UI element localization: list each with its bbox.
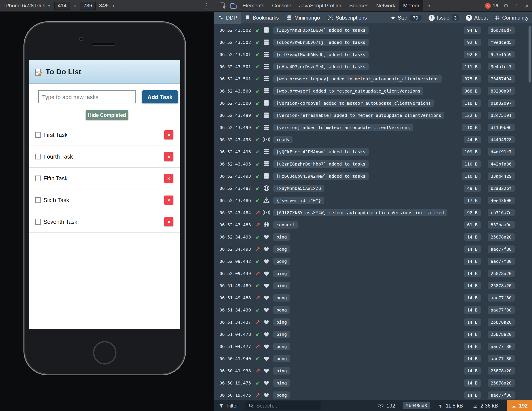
log-row[interactable]: 06:52:43.498↙ready44 Bd4494928 <box>214 133 532 146</box>
log-message[interactable]: ping <box>273 330 290 338</box>
log-row[interactable]: 06:51:34.439↙pong14 Baac77f80 <box>214 304 532 316</box>
delete-task-button[interactable]: × <box>164 174 173 183</box>
community-button[interactable]: Community <box>491 15 532 21</box>
log-message[interactable]: pong <box>273 257 290 265</box>
log-message[interactable]: pong <box>273 343 290 350</box>
log-message[interactable]: [version-refreshable] added to meteor_au… <box>273 112 444 119</box>
log-message[interactable]: [web.browser.legacy] added to meteor_aut… <box>273 75 442 82</box>
log-row[interactable]: 06:52:34.493↗pong14 Baac77f80 <box>214 243 532 255</box>
log-message[interactable]: [qHha4D7jqcDszoMe4] added to tasks <box>273 63 368 70</box>
log-message[interactable]: pong <box>273 294 290 301</box>
search-box[interactable] <box>245 401 321 410</box>
tab-console[interactable]: Console <box>268 0 295 11</box>
log-message[interactable]: [web.browser] added to meteor_autoupdate… <box>273 87 423 94</box>
device-height-input[interactable] <box>80 2 96 9</box>
log-row[interactable]: 06:52:43.501↙[qmD7vaqTMxs6ANsdb] added t… <box>214 48 532 60</box>
log-message[interactable]: [JB5yYnn2HD5XiB634] added to tasks <box>273 26 368 34</box>
log-message[interactable]: connect <box>273 221 298 228</box>
search-input[interactable] <box>256 402 317 409</box>
device-toggle-icon[interactable] <box>228 0 239 11</box>
tab-network[interactable]: Network <box>372 0 399 11</box>
log-row[interactable]: 06:52:43.501↙[qHha4D7jqcDszoMe4] added t… <box>214 60 532 73</box>
log-row[interactable]: 06:51:04.478↙ping14 B25878a20 <box>214 328 532 340</box>
error-badge[interactable]: × 15 <box>483 3 501 9</box>
log-row[interactable]: 06:51:34.437↗ping14 B25878a20 <box>214 316 532 328</box>
hide-completed-button[interactable]: Hide Completed <box>86 110 128 120</box>
about-button[interactable]: ? About <box>463 15 491 21</box>
log-message[interactable]: TxByMhhQa5CAWLxZu <box>273 184 324 192</box>
log-row[interactable]: 06:52:43.493↙[Fz6CQe6pv4JWW2KMw] added t… <box>214 170 532 182</box>
log-message[interactable]: [dLooP2KwDruQvQ7ij] added to tasks <box>273 38 368 46</box>
tab-meteor[interactable]: Meteor <box>399 0 423 11</box>
tab-bookmarks[interactable]: Bookmarks <box>241 11 283 24</box>
log-row[interactable]: 06:52:43.502↙[JB5yYnn2HD5XiB634] added t… <box>214 24 532 36</box>
log-message[interactable]: [Fz6CQe6pv4JWW2KMw] added to tasks <box>273 172 368 180</box>
delete-task-button[interactable]: × <box>164 196 173 205</box>
tab-minimongo[interactable]: Minimongo <box>283 11 324 24</box>
log-row[interactable]: 06:52:43.484↗[6Jf8CXk8YmnssXY4W] meteor_… <box>214 206 532 219</box>
log-message[interactable]: ready <box>273 136 293 143</box>
log-row[interactable]: 06:52:43.499↙[version-refreshable] added… <box>214 109 532 121</box>
task-checkbox[interactable] <box>35 197 41 203</box>
queued-count-badge[interactable]: 192 <box>507 400 532 411</box>
delete-task-button[interactable]: × <box>164 130 173 140</box>
device-toolbar-more-icon[interactable]: ⋮ <box>203 2 209 9</box>
log-row[interactable]: 06:52:43.500↙[web.browser] added to mete… <box>214 85 532 97</box>
log-row[interactable]: 06:50:19.475↗pong14 Baac77f80 <box>214 389 532 400</box>
log-message[interactable]: ping <box>273 318 290 326</box>
inspect-icon[interactable] <box>218 0 228 11</box>
tab-subscriptions[interactable]: Subscriptions <box>324 11 371 24</box>
task-checkbox[interactable] <box>35 132 41 138</box>
delete-task-button[interactable]: × <box>164 217 173 226</box>
log-row[interactable]: 06:51:04.477↗pong14 Baac77f80 <box>214 340 532 352</box>
log-row[interactable]: 06:50:19.475↙ping14 B25878a20 <box>214 377 532 389</box>
log-message[interactable]: pong <box>273 245 290 253</box>
device-width-input[interactable] <box>54 2 70 9</box>
log-row[interactable]: 06:52:43.487↙TxByMhhQa5CAWLxZu49 Bb2a822… <box>214 182 532 194</box>
issue-button[interactable]: ! Issue 3 <box>425 14 463 21</box>
task-checkbox[interactable] <box>35 154 41 159</box>
close-icon[interactable]: × <box>522 0 532 11</box>
log-row[interactable]: 06:52:43.499↙[version] added to meteor_a… <box>214 121 532 133</box>
log-message[interactable]: pong <box>273 391 290 399</box>
log-message[interactable]: ping <box>273 367 290 374</box>
log-message[interactable]: [u2znE8pzhrBejhbp7] added to tasks <box>273 160 368 168</box>
log-row[interactable]: 06:52:43.495↙[u2znE8pzhrBejhbp7] added t… <box>214 158 532 170</box>
log-row[interactable]: 06:52:43.496↙[yQCkFsect4JPMAAwm] added t… <box>214 146 532 158</box>
log-message[interactable]: [version] added to meteor_autoupdate_cli… <box>273 124 413 131</box>
log-row[interactable]: 06:52:43.486↙{"server_id":"0"}17 B4ee436… <box>214 194 532 206</box>
tab-elements[interactable]: Elements <box>239 0 268 11</box>
log-message[interactable]: [6Jf8CXk8YmnssXY4W] meteor_autoupdate_cl… <box>273 209 447 216</box>
log-message[interactable]: {"server_id":"0"} <box>273 196 324 204</box>
log-row[interactable]: 06:51:49.488↗pong14 Baac77f80 <box>214 291 532 304</box>
tab-sources[interactable]: Sources <box>345 0 372 11</box>
log-message[interactable]: [qmD7vaqTMxs6ANsdb] added to tasks <box>273 51 368 58</box>
log-message[interactable]: [yQCkFsect4JPMAAwm] added to tasks <box>273 148 368 155</box>
tab-overflow-chevron[interactable]: » <box>423 0 434 11</box>
log-row[interactable]: 06:52:09.442↙pong14 Baac77f80 <box>214 255 532 267</box>
devtools-more-icon[interactable]: ⋮ <box>511 0 522 11</box>
filter-button[interactable]: Filter <box>214 402 242 409</box>
log-message[interactable]: ping <box>273 233 290 241</box>
log-row[interactable]: 06:52:43.483↗connect61 B832baa9e <box>214 219 532 231</box>
log-message[interactable]: pong <box>273 306 290 313</box>
log-row[interactable]: 06:50:41.940↙pong14 Baac77f80 <box>214 352 532 364</box>
log-row[interactable]: 06:52:43.501↙[web.browser.legacy] added … <box>214 73 532 85</box>
log-row[interactable]: 06:50:41.938↗ping14 B25878a20 <box>214 364 532 377</box>
log-row[interactable]: 06:52:43.502↙[dLooP2KwDruQvQ7ij] added t… <box>214 36 532 48</box>
tab-ddp[interactable]: DDP <box>214 11 241 24</box>
log-row[interactable]: 06:52:09.439↗ping14 B25878a20 <box>214 267 532 279</box>
device-select[interactable]: iPhone 6/7/8 Plus ▼ <box>4 3 51 9</box>
new-task-input[interactable] <box>38 90 136 103</box>
log-message[interactable]: pong <box>273 355 290 362</box>
add-task-button[interactable]: Add Task <box>142 90 178 103</box>
log-message[interactable]: ping <box>273 270 290 277</box>
log-row[interactable]: 06:52:43.500↙[version-cordova] added to … <box>214 97 532 109</box>
delete-task-button[interactable]: × <box>164 152 173 161</box>
tab-javascript-profiler[interactable]: JavaScript Profiler <box>295 0 345 11</box>
gear-icon[interactable]: ⚙ <box>501 0 511 11</box>
star-button[interactable]: ★ Star 79 <box>387 14 425 21</box>
log-message[interactable]: ping <box>273 379 290 386</box>
task-checkbox[interactable] <box>35 219 41 225</box>
task-checkbox[interactable] <box>35 176 41 181</box>
